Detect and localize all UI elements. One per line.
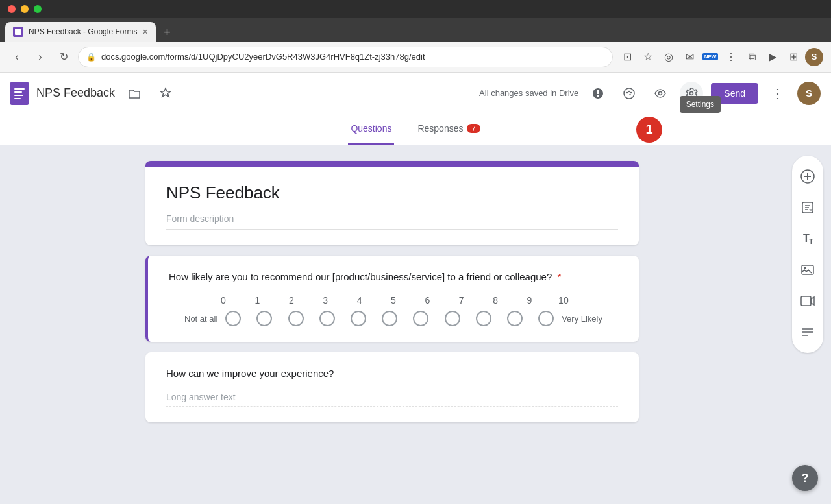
add-section-button[interactable] <box>792 317 823 348</box>
tab-questions[interactable]: Questions <box>348 114 394 145</box>
saved-status: All changes saved in Drive <box>479 88 578 98</box>
form-description-placeholder[interactable]: Form description <box>166 213 618 230</box>
svg-rect-4 <box>14 98 21 99</box>
nps-num-7: 7 <box>446 295 477 306</box>
responses-label: Responses <box>417 123 463 134</box>
add-image-button[interactable] <box>792 254 823 285</box>
svg-rect-3 <box>14 95 23 96</box>
url-bar[interactable]: 🔒 docs.google.com/forms/d/1UQjDpyCU2yeer… <box>78 47 613 67</box>
question-2-card: How can we improve your experience? Long… <box>145 352 639 422</box>
question-1-card: How likely are you to recommend our [pro… <box>145 256 639 342</box>
nps-label-left: Not at all <box>184 314 217 324</box>
add-question-button[interactable] <box>792 161 823 192</box>
tab-navigation: Questions Responses 7 1 <box>0 114 831 145</box>
question-1-text: How likely are you to recommend our [pro… <box>169 271 618 282</box>
mail-icon[interactable]: ✉ <box>680 48 699 66</box>
svg-rect-22 <box>801 296 811 306</box>
svg-point-10 <box>659 91 662 95</box>
forms-logo <box>10 82 29 105</box>
nps-radio-1[interactable] <box>256 311 272 326</box>
chrome-profile-avatar[interactable]: S <box>805 48 823 66</box>
title-card: NPS Feedback Form description <box>145 161 639 245</box>
nps-radio-3[interactable] <box>319 311 335 326</box>
tab-responses[interactable]: Responses 7 <box>415 114 482 145</box>
nps-radio-4[interactable] <box>351 311 366 326</box>
svg-rect-2 <box>14 91 22 93</box>
toolbar-card: T T <box>792 156 823 353</box>
svg-point-8 <box>630 91 632 93</box>
folder-icon-button[interactable] <box>123 82 146 105</box>
svg-point-7 <box>628 90 630 91</box>
add-title-button[interactable]: T T <box>792 223 823 254</box>
refresh-button[interactable]: ↻ <box>55 48 73 66</box>
app-title: NPS Feedback <box>36 86 115 100</box>
tab-close-button[interactable]: × <box>142 27 147 37</box>
svg-point-9 <box>630 93 631 95</box>
star-icon-button[interactable] <box>154 82 177 105</box>
bookmark-icon[interactable]: ☆ <box>639 48 657 66</box>
profile-icon-1[interactable]: ◎ <box>660 48 678 66</box>
nps-radio-0[interactable] <box>225 311 241 326</box>
new-badge: NEW <box>702 53 719 60</box>
import-questions-button[interactable] <box>792 192 823 223</box>
nps-num-1: 1 <box>242 295 273 306</box>
tab-favicon <box>13 27 23 37</box>
nps-num-0: 0 <box>208 295 239 306</box>
notification-badge: 1 <box>636 117 662 143</box>
nps-radio-9[interactable] <box>507 311 523 326</box>
right-toolbar: T T <box>784 145 831 504</box>
lock-icon: 🔒 <box>86 53 96 62</box>
chrome-menu[interactable]: ⋮ <box>722 48 740 66</box>
active-tab[interactable]: NPS Feedback - Google Forms × <box>5 22 156 42</box>
chrome-tab-bar: NPS Feedback - Google Forms × + <box>0 18 831 42</box>
os-minimize-dot[interactable] <box>21 5 29 13</box>
chrome-toolbar-icons: ⊡ ☆ ◎ ✉ NEW ⋮ ⧉ ▶ ⊞ S <box>618 48 823 66</box>
new-tab-button[interactable]: + <box>158 23 177 42</box>
svg-point-6 <box>626 91 628 93</box>
nps-radio-7[interactable] <box>445 311 460 326</box>
nps-radio-2[interactable] <box>288 311 304 326</box>
chrome-address-bar: ‹ › ↻ 🔒 docs.google.com/forms/d/1UQjDpyC… <box>0 42 831 73</box>
nps-radio-8[interactable] <box>476 311 491 326</box>
question-2-text: How can we improve your experience? <box>166 368 618 379</box>
form-editor-area: NPS Feedback Form description How likely… <box>0 145 784 504</box>
more-options-button[interactable]: ⋮ <box>766 82 789 105</box>
palette-icon-button[interactable] <box>617 82 641 105</box>
nps-radio-5[interactable] <box>382 311 397 326</box>
translate-icon[interactable]: ⊡ <box>618 48 636 66</box>
nps-radio-6[interactable] <box>413 311 428 326</box>
notification-badge-container: 1 <box>636 117 662 143</box>
forward-button[interactable]: › <box>31 48 49 66</box>
svg-point-21 <box>804 267 806 269</box>
tab-title: NPS Feedback - Google Forms <box>29 27 137 36</box>
nps-scale: 0 1 2 3 4 5 6 7 8 9 10 Not at all <box>169 295 618 326</box>
nps-num-6: 6 <box>412 295 443 306</box>
nps-num-2: 2 <box>276 295 307 306</box>
extensions-icon[interactable]: ⧉ <box>743 48 761 66</box>
tooltip-text: Settings <box>680 96 721 113</box>
back-button[interactable]: ‹ <box>8 48 26 66</box>
nps-options <box>217 311 562 326</box>
extension-icon[interactable]: NEW <box>701 48 719 66</box>
nps-radio-row: Not at all <box>169 311 618 326</box>
long-answer-field[interactable]: Long answer text <box>166 392 618 407</box>
user-avatar[interactable]: S <box>797 82 821 105</box>
nps-num-3: 3 <box>310 295 341 306</box>
addon-icon-button[interactable] <box>586 82 610 105</box>
cast-icon[interactable]: ▶ <box>763 48 782 66</box>
nps-num-8: 8 <box>480 295 511 306</box>
svg-text:T: T <box>809 237 813 245</box>
os-maximize-dot[interactable] <box>34 5 42 13</box>
os-close-dot[interactable] <box>8 5 16 13</box>
help-button[interactable]: ? <box>792 465 818 491</box>
preview-icon-button[interactable] <box>649 82 672 105</box>
questions-label: Questions <box>351 123 391 134</box>
screen-share-icon[interactable]: ⊞ <box>784 48 802 66</box>
settings-tooltip: Settings <box>680 96 721 113</box>
nps-radio-10[interactable] <box>538 311 554 326</box>
main-content-area: NPS Feedback Form description How likely… <box>0 145 831 504</box>
nps-num-10: 10 <box>548 295 579 306</box>
required-marker: * <box>557 271 561 282</box>
url-text: docs.google.com/forms/d/1UQjDpyCU2yeerDv… <box>101 52 604 62</box>
add-video-button[interactable] <box>792 285 823 317</box>
